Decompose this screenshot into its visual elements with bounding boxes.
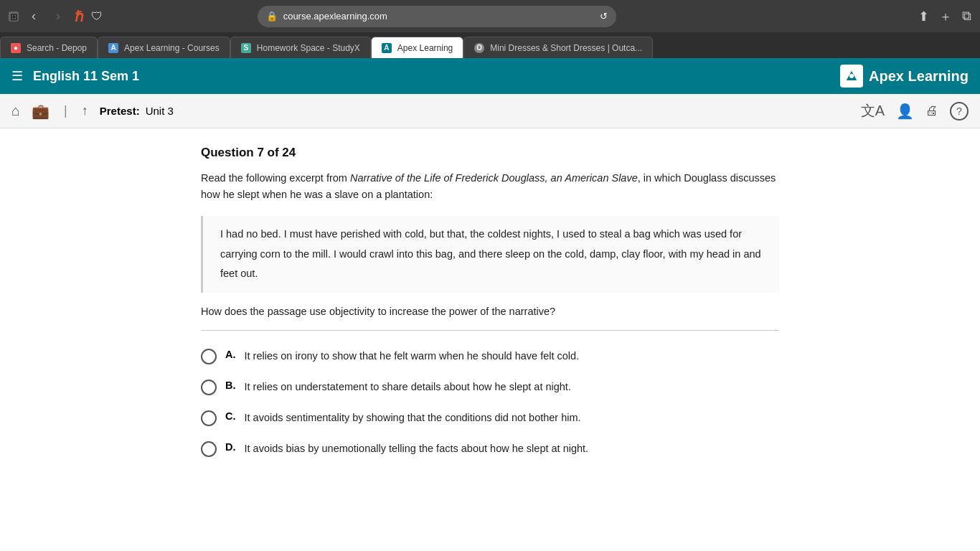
tab-studyx-label: Homework Space - StudyX bbox=[257, 43, 360, 53]
tab-depop-label: Search - Depop bbox=[27, 43, 87, 53]
letter-a: A. bbox=[225, 349, 236, 360]
menu-icon[interactable]: ☰ bbox=[11, 68, 23, 84]
excerpt-text: I had no bed. I must have perished with … bbox=[220, 228, 761, 279]
apex-courses-favicon: A bbox=[108, 43, 118, 53]
briefcase-btn[interactable]: 💼 bbox=[32, 103, 50, 120]
new-tab-btn[interactable]: ＋ bbox=[939, 8, 952, 25]
option-b[interactable]: B. It relies on understatement to share … bbox=[201, 379, 779, 395]
tab-mini-dresses-label: Mini Dresses & Short Dresses | Outca... bbox=[490, 43, 642, 53]
tab-apex-label: Apex Learning bbox=[397, 43, 453, 53]
question-text: How does the passage use objectivity to … bbox=[201, 306, 779, 317]
divider bbox=[201, 330, 779, 331]
book-title: Narrative of the Life of Frederick Dougl… bbox=[350, 172, 638, 184]
radio-a[interactable] bbox=[201, 349, 217, 364]
studyx-favicon: S bbox=[241, 43, 251, 53]
depop-favicon: ● bbox=[11, 43, 21, 53]
tab-depop[interactable]: ● Search - Depop bbox=[0, 37, 98, 58]
text-c: It avoids sentimentality by showing that… bbox=[245, 410, 581, 425]
text-d: It avoids bias by unemotionally telling … bbox=[245, 441, 589, 456]
tab-apex-courses-label: Apex Learning - Courses bbox=[124, 43, 220, 53]
text-a: It relies on irony to show that he felt … bbox=[245, 348, 580, 364]
print-btn[interactable]: 🖨 bbox=[925, 103, 938, 118]
apex-logo: Apex Learning bbox=[840, 65, 969, 88]
option-c[interactable]: C. It avoids sentimentality by showing t… bbox=[201, 410, 779, 426]
radio-b[interactable] bbox=[201, 380, 217, 395]
letter-d: D. bbox=[225, 441, 236, 453]
apex-logo-icon bbox=[840, 65, 863, 88]
letter-b: B. bbox=[225, 380, 236, 391]
toolbar: ⌂ 💼 | ↑ Pretest: Unit 3 文A 👤 🖨 ? bbox=[0, 94, 980, 128]
apex-logo-text: Apex Learning bbox=[869, 68, 969, 85]
prompt-before: Read the following excerpt from bbox=[201, 172, 350, 184]
translate-btn[interactable]: 文A bbox=[861, 101, 885, 121]
pretest-text: Pretest: bbox=[100, 105, 140, 117]
dresses-favicon: O bbox=[474, 43, 484, 53]
pretest-label: Pretest: Unit 3 bbox=[100, 105, 174, 117]
option-a[interactable]: A. It relies on irony to show that he fe… bbox=[201, 348, 779, 364]
shield-icon: 🛡 bbox=[91, 10, 103, 23]
content-area: Question 7 of 24 Read the following exce… bbox=[0, 128, 980, 551]
window-sidebar-btn[interactable]: ⊞ bbox=[9, 11, 19, 22]
nav-forward-btn[interactable]: › bbox=[49, 7, 67, 26]
text-b: It relies on understatement to share det… bbox=[245, 379, 571, 395]
tab-apex-learning[interactable]: A Apex Learning bbox=[371, 37, 463, 58]
share-btn[interactable]: ⬆ bbox=[918, 9, 929, 24]
radio-d[interactable] bbox=[201, 441, 217, 457]
hacker-icon: ℏ bbox=[75, 8, 84, 25]
course-title: English 11 Sem 1 bbox=[33, 69, 840, 84]
window-controls: ⊞ ‹ › bbox=[9, 7, 67, 26]
home-btn[interactable]: ⌂ bbox=[11, 103, 20, 119]
browser-actions: ⬆ ＋ ⧉ bbox=[918, 8, 971, 25]
help-btn[interactable]: ? bbox=[950, 102, 969, 121]
svg-point-2 bbox=[849, 74, 854, 78]
letter-c: C. bbox=[225, 410, 236, 422]
option-d[interactable]: D. It avoids bias by unemotionally telli… bbox=[201, 441, 779, 457]
course-header: ☰ English 11 Sem 1 Apex Learning bbox=[0, 58, 980, 94]
up-arrow-icon: ↑ bbox=[82, 103, 88, 118]
apex-favicon: A bbox=[382, 43, 392, 53]
browser-chrome: ⊞ ‹ › ℏ 🛡 🔒 course.apexlearning.com ↺ ⬆ … bbox=[0, 0, 980, 32]
separator: | bbox=[64, 103, 67, 118]
toolbar-right: 文A 👤 🖨 ? bbox=[861, 101, 969, 121]
windows-btn[interactable]: ⧉ bbox=[962, 9, 971, 24]
tab-studyx[interactable]: S Homework Space - StudyX bbox=[230, 37, 371, 58]
unit-text: Unit 3 bbox=[146, 105, 174, 117]
tabs-bar: ● Search - Depop A Apex Learning - Cours… bbox=[0, 32, 980, 58]
toolbar-left: ⌂ 💼 | ↑ Pretest: Unit 3 bbox=[11, 103, 174, 120]
radio-c[interactable] bbox=[201, 410, 217, 426]
question-header: Question 7 of 24 bbox=[201, 146, 779, 160]
question-prompt: Read the following excerpt from Narrativ… bbox=[201, 170, 779, 203]
lock-icon: 🔒 bbox=[266, 11, 278, 22]
tab-mini-dresses[interactable]: O Mini Dresses & Short Dresses | Outca..… bbox=[463, 37, 653, 58]
tab-apex-courses[interactable]: A Apex Learning - Courses bbox=[98, 37, 230, 58]
address-bar[interactable]: 🔒 course.apexlearning.com ↺ bbox=[258, 6, 616, 27]
answer-options: A. It relies on irony to show that he fe… bbox=[201, 348, 779, 457]
refresh-icon[interactable]: ↺ bbox=[600, 11, 608, 22]
url-text: course.apexlearning.com bbox=[283, 11, 387, 22]
nav-back-btn[interactable]: ‹ bbox=[24, 7, 43, 26]
excerpt-block: I had no bed. I must have perished with … bbox=[201, 216, 779, 293]
accessibility-btn[interactable]: 👤 bbox=[896, 103, 914, 120]
